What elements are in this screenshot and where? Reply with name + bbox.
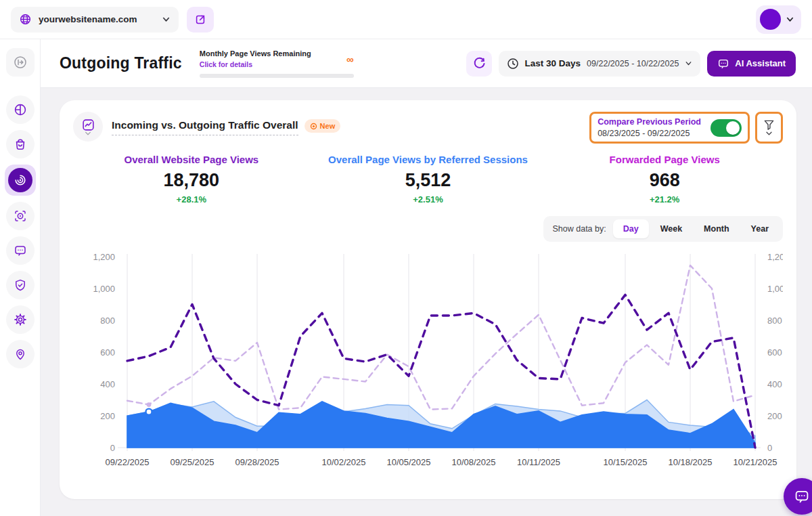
metric-value: 18,780 [73, 170, 310, 191]
metric-label: Overall Page Views by Referred Sessions [310, 154, 547, 165]
topbar: yourwebsitename.com [0, 0, 812, 39]
usage-widget: Monthly Page Views Remaining Click for d… [200, 49, 354, 78]
clock-icon [507, 58, 519, 70]
sidebar-item-analytics[interactable] [6, 95, 35, 124]
metric-label: Overall Website Page Views [73, 154, 310, 165]
tab-week[interactable]: Week [650, 219, 692, 238]
svg-text:200: 200 [767, 411, 782, 421]
chat-bubble-icon [794, 488, 810, 504]
external-link-icon [194, 14, 206, 26]
infinity-quota: ∞ [346, 54, 354, 64]
sidebar-item-outgoing-traffic[interactable] [5, 165, 36, 196]
metric-referred-page-views: Overall Page Views by Referred Sessions … [310, 154, 547, 205]
show-data-by-label: Show data by: [553, 224, 606, 234]
compare-label: Compare Previous Period [597, 117, 701, 127]
svg-text:10/05/2025: 10/05/2025 [386, 457, 430, 467]
sidebar [0, 39, 41, 516]
svg-text:200: 200 [100, 411, 115, 421]
compare-toggle[interactable] [710, 119, 742, 137]
svg-text:1,000: 1,000 [93, 284, 115, 294]
svg-text:800: 800 [767, 316, 782, 326]
sidebar-collapse-button[interactable] [6, 48, 35, 77]
traffic-chart: 002002004004006006008008001,0001,0001,20… [73, 247, 783, 472]
metric-label: Forwarded Page Views [546, 154, 783, 165]
sidebar-item-security[interactable] [6, 271, 35, 299]
target-icon [310, 123, 317, 130]
website-name: yourwebsitename.com [39, 14, 155, 24]
metric-delta: +28.1% [73, 194, 310, 205]
metric-delta: +2.51% [310, 194, 547, 205]
chevron-down-icon [85, 131, 91, 136]
metrics-row: Overall Website Page Views 18,780 +28.1%… [73, 154, 783, 205]
ai-assistant-button[interactable]: AI Assistant [707, 51, 796, 77]
globe-icon [19, 13, 32, 26]
gear-icon [14, 313, 27, 326]
svg-text:10/08/2025: 10/08/2025 [451, 457, 495, 467]
chevron-down-icon [786, 15, 794, 24]
svg-text:09/22/2025: 09/22/2025 [105, 457, 149, 467]
chevron-down-icon [685, 60, 692, 67]
chart-area: 002002004004006006008008001,0001,0001,20… [73, 247, 783, 475]
svg-text:1,200: 1,200 [93, 252, 115, 262]
usage-label: Monthly Page Views Remaining [200, 49, 311, 58]
chat-bubble-icon [14, 244, 27, 257]
svg-text:10/02/2025: 10/02/2025 [321, 457, 365, 467]
svg-text:10/15/2025: 10/15/2025 [603, 457, 647, 467]
svg-text:1,200: 1,200 [767, 252, 783, 262]
range-dates: 09/22/2025 - 10/22/2025 [587, 59, 679, 68]
filter-highlight-box [755, 112, 783, 144]
chevron-down-icon [162, 15, 171, 24]
traffic-radar-icon [8, 168, 32, 192]
refresh-button[interactable] [466, 51, 492, 77]
refresh-icon [472, 57, 486, 70]
svg-text:400: 400 [767, 379, 782, 389]
new-badge: New [304, 119, 341, 133]
metric-value: 5,512 [310, 170, 547, 191]
page-header: Outgoing Traffic Monthly Page Views Rema… [41, 39, 812, 88]
show-data-by-switcher: Show data by: Day Week Month Year [543, 216, 784, 242]
compare-range: 08/23/2025 - 09/22/2025 [597, 129, 701, 138]
range-preset: Last 30 Days [525, 58, 581, 68]
page-title: Outgoing Traffic [60, 54, 182, 72]
pie-chart-icon [14, 103, 27, 116]
svg-text:09/28/2025: 09/28/2025 [235, 457, 279, 467]
tab-month[interactable]: Month [694, 219, 739, 238]
svg-text:10/21/2025: 10/21/2025 [733, 457, 777, 467]
line-chart-icon [81, 118, 95, 132]
open-website-button[interactable] [187, 7, 214, 33]
sidebar-item-store[interactable] [6, 130, 35, 158]
svg-text:400: 400 [100, 379, 115, 389]
shopping-bag-icon [14, 137, 27, 151]
date-range-picker[interactable]: Last 30 Days 09/22/2025 - 10/22/2025 [499, 51, 701, 77]
tab-day[interactable]: Day [613, 219, 649, 238]
usage-details-link[interactable]: Click for details [200, 60, 252, 68]
metric-value: 968 [546, 170, 783, 191]
metric-delta: +21.2% [546, 194, 783, 205]
sidebar-item-settings[interactable] [6, 305, 35, 334]
svg-text:600: 600 [767, 347, 782, 358]
svg-text:1,000: 1,000 [767, 284, 783, 294]
filter-funnel-icon[interactable] [763, 119, 775, 136]
card-icon-button[interactable] [73, 112, 103, 142]
ai-chat-icon [717, 58, 729, 70]
metric-forwarded-page-views: Forwarded Page Views 968 +21.2% [546, 154, 783, 205]
sidebar-item-messages[interactable] [6, 236, 35, 265]
tab-year[interactable]: Year [741, 219, 779, 238]
svg-text:10/11/2025: 10/11/2025 [517, 457, 560, 467]
collapse-arrow-icon [13, 55, 28, 70]
new-badge-label: New [320, 122, 336, 130]
metric-overall-page-views: Overall Website Page Views 18,780 +28.1% [73, 154, 310, 205]
card-title: Incoming vs. Outgoing Traffic Overall [112, 119, 298, 135]
ai-assistant-label: AI Assistant [735, 58, 786, 68]
sidebar-item-locations[interactable] [6, 340, 35, 368]
website-selector[interactable]: yourwebsitename.com [11, 7, 179, 33]
content-area: Incoming vs. Outgoing Traffic Overall Ne… [41, 88, 812, 516]
shield-check-icon [14, 278, 27, 292]
svg-text:10/18/2025: 10/18/2025 [668, 457, 712, 467]
account-menu[interactable] [756, 5, 801, 34]
svg-text:09/25/2025: 09/25/2025 [170, 457, 214, 467]
sidebar-item-focus[interactable] [6, 202, 35, 230]
usage-progress-bar [200, 74, 354, 78]
focus-scan-icon [14, 209, 27, 223]
traffic-card: Incoming vs. Outgoing Traffic Overall Ne… [60, 100, 796, 499]
